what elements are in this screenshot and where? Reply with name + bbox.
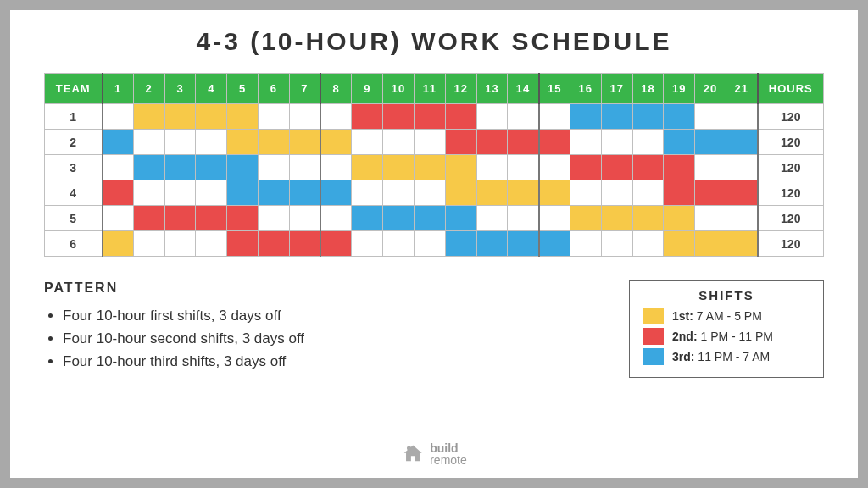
brand-logo: build remote <box>401 442 467 466</box>
hours-value: 120 <box>758 180 824 206</box>
schedule-cell <box>601 155 632 180</box>
schedule-cell <box>196 231 227 257</box>
schedule-cell <box>445 206 476 231</box>
schedule-cell <box>289 206 320 231</box>
schedule-cell <box>695 231 726 257</box>
col-header-day: 14 <box>508 74 539 104</box>
schedule-cell <box>320 206 352 231</box>
schedule-cell <box>196 155 227 180</box>
schedule-table: TEAM123456789101112131415161718192021HOU… <box>44 73 824 257</box>
col-header-day: 9 <box>352 74 383 104</box>
schedule-cell <box>227 104 259 130</box>
schedule-cell <box>352 130 383 155</box>
schedule-cell <box>258 206 289 231</box>
schedule-cell <box>539 104 570 130</box>
house-icon <box>401 442 425 466</box>
schedule-cell <box>227 180 259 206</box>
schedule-cell <box>695 155 726 180</box>
schedule-cell <box>476 104 508 130</box>
team-label: 6 <box>45 231 103 257</box>
schedule-cell <box>695 104 726 130</box>
table-row: 3120 <box>45 155 824 180</box>
col-header-day: 21 <box>726 74 757 104</box>
schedule-cell <box>664 231 695 257</box>
team-label: 2 <box>45 130 103 155</box>
table-row: 4120 <box>45 180 824 206</box>
schedule-cell <box>695 130 726 155</box>
schedule-cell <box>601 231 632 257</box>
pattern-list: Four 10-hour first shifts, 3 days offFou… <box>44 304 304 374</box>
hours-value: 120 <box>758 104 824 130</box>
schedule-cell <box>352 155 383 180</box>
schedule-cell <box>601 130 632 155</box>
col-header-day: 20 <box>695 74 726 104</box>
schedule-cell <box>414 130 445 155</box>
schedule-cell <box>726 206 757 231</box>
schedule-cell <box>320 130 352 155</box>
schedule-cell <box>414 231 445 257</box>
schedule-cell <box>508 180 539 206</box>
schedule-cell <box>445 104 476 130</box>
svg-point-0 <box>407 446 411 450</box>
schedule-cell <box>133 155 164 180</box>
schedule-cell <box>601 180 632 206</box>
legend-row: 1st: 7 AM - 5 PM <box>643 308 810 324</box>
schedule-cell <box>539 155 570 180</box>
schedule-cell <box>133 231 164 257</box>
pattern-heading: PATTERN <box>44 280 304 296</box>
hours-value: 120 <box>758 155 824 180</box>
schedule-cell <box>508 130 539 155</box>
schedule-cell <box>383 155 415 180</box>
schedule-cell <box>476 231 508 257</box>
schedule-cell <box>539 206 570 231</box>
logo-text: build remote <box>430 442 467 466</box>
schedule-cell <box>570 180 601 206</box>
schedule-cell <box>352 206 383 231</box>
schedule-cell <box>383 206 415 231</box>
col-header-day: 7 <box>289 74 320 104</box>
col-header-day: 15 <box>539 74 570 104</box>
schedule-cell <box>103 206 134 231</box>
hours-value: 120 <box>758 206 824 231</box>
table-row: 5120 <box>45 206 824 231</box>
schedule-cell <box>164 180 196 206</box>
col-header-day: 19 <box>664 74 695 104</box>
schedule-cell <box>289 104 320 130</box>
schedule-cell <box>227 155 259 180</box>
bottom-section: PATTERN Four 10-hour first shifts, 3 day… <box>44 280 824 378</box>
schedule-cell <box>196 206 227 231</box>
legend-heading: SHIFTS <box>643 288 810 302</box>
col-header-day: 16 <box>570 74 601 104</box>
team-label: 4 <box>45 180 103 206</box>
col-header-day: 5 <box>227 74 259 104</box>
schedule-cell <box>289 130 320 155</box>
schedule-cell <box>664 155 695 180</box>
schedule-cell <box>539 180 570 206</box>
schedule-cell <box>320 155 352 180</box>
schedule-cell <box>133 180 164 206</box>
schedule-cell <box>508 104 539 130</box>
legend-label: 2nd: 1 PM - 11 PM <box>672 330 773 343</box>
schedule-cell <box>664 104 695 130</box>
schedule-cell <box>726 180 757 206</box>
schedule-cell <box>508 206 539 231</box>
schedule-cell <box>445 231 476 257</box>
hours-value: 120 <box>758 130 824 155</box>
col-header-day: 1 <box>103 74 134 104</box>
schedule-cell <box>383 231 415 257</box>
schedule-cell <box>414 206 445 231</box>
col-header-day: 18 <box>632 74 664 104</box>
table-row: 1120 <box>45 104 824 130</box>
schedule-cell <box>414 180 445 206</box>
schedule-cell <box>383 104 415 130</box>
schedule-cell <box>103 104 134 130</box>
schedule-cell <box>164 130 196 155</box>
legend-row: 2nd: 1 PM - 11 PM <box>643 328 810 345</box>
page-title: 4-3 (10-HOUR) WORK SCHEDULE <box>44 27 824 56</box>
schedule-cell <box>383 180 415 206</box>
team-label: 3 <box>45 155 103 180</box>
schedule-cell <box>726 231 757 257</box>
table-row: 6120 <box>45 231 824 257</box>
schedule-cell <box>258 155 289 180</box>
schedule-cell <box>664 180 695 206</box>
